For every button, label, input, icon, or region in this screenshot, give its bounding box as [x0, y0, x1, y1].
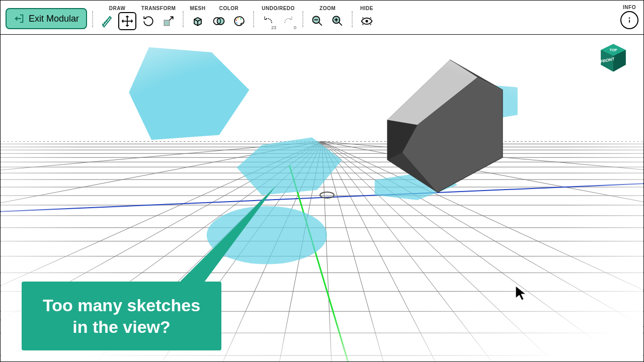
pencil-icon	[100, 14, 114, 28]
divider	[253, 11, 254, 27]
svg-rect-0	[164, 20, 170, 26]
palette-tool[interactable]	[230, 12, 248, 30]
group-info: INFO	[620, 5, 638, 30]
group-undoredo: UNDO/REDO 23 0	[259, 6, 297, 30]
svg-point-5	[240, 18, 242, 20]
navigation-cube[interactable]: TOP FRONT	[597, 42, 629, 74]
callout-pointer	[178, 184, 288, 289]
cursor-icon	[515, 285, 528, 301]
group-label-info: INFO	[623, 5, 636, 10]
divider	[302, 11, 303, 27]
callout-line1: Too many sketches	[43, 295, 200, 316]
zoom-in-icon	[331, 14, 345, 28]
group-mesh: MESH	[189, 6, 207, 30]
undo-count: 23	[271, 25, 276, 30]
hide-button[interactable]	[358, 12, 376, 30]
zoom-out-button[interactable]	[308, 12, 327, 30]
group-color: COLOR	[210, 6, 248, 30]
palette-icon	[232, 14, 246, 28]
cube-tool[interactable]	[189, 12, 207, 30]
exit-label: Exit Modular	[29, 14, 79, 24]
group-label-hide: HIDE	[360, 6, 373, 11]
circles-icon	[212, 14, 226, 28]
svg-point-3	[235, 20, 237, 21]
group-label-draw: DRAW	[109, 6, 126, 11]
group-zoom: ZOOM	[308, 6, 347, 30]
svg-point-2	[217, 18, 224, 25]
exit-modular-button[interactable]: Exit Modular	[6, 8, 87, 29]
toolbar: Exit Modular DRAW TRANSFORM MESH	[1, 1, 643, 35]
svg-line-45	[322, 141, 643, 361]
svg-point-10	[629, 18, 630, 19]
group-draw: DRAW	[98, 6, 136, 30]
svg-marker-64	[178, 186, 276, 284]
cube-icon	[191, 14, 205, 28]
undo-button[interactable]: 23	[259, 12, 277, 30]
svg-line-46	[322, 141, 643, 361]
svg-point-4	[237, 18, 239, 19]
move-icon	[120, 14, 134, 28]
eye-icon	[360, 14, 374, 28]
svg-line-41	[322, 141, 387, 361]
info-button[interactable]	[620, 11, 638, 29]
axis-y	[289, 165, 352, 361]
pencil-tool[interactable]	[98, 12, 116, 30]
redo-icon	[281, 14, 295, 28]
move-tool[interactable]	[118, 12, 136, 30]
info-icon	[624, 15, 634, 25]
sketch-hexagon-floating	[129, 47, 249, 140]
scale-tool[interactable]	[159, 12, 178, 30]
svg-line-47	[322, 141, 643, 361]
zoom-in-button[interactable]	[329, 12, 347, 30]
rotate-tool[interactable]	[139, 12, 157, 30]
group-transform: TRANSFORM	[139, 6, 178, 30]
scale-icon	[162, 14, 176, 28]
callout-line2: in the view?	[43, 316, 200, 338]
zoom-out-icon	[310, 14, 325, 28]
group-label-undoredo: UNDO/REDO	[262, 6, 295, 11]
group-label-mesh: MESH	[190, 6, 206, 11]
svg-point-6	[236, 22, 237, 24]
mesh-object	[387, 60, 503, 193]
rotate-icon	[141, 14, 155, 28]
group-label-color: COLOR	[219, 6, 239, 11]
svg-point-9	[365, 20, 368, 22]
group-label-transform: TRANSFORM	[141, 6, 176, 11]
divider	[92, 11, 93, 27]
divider	[352, 11, 353, 27]
boolean-tool[interactable]	[210, 12, 228, 30]
redo-count: 0	[294, 25, 296, 30]
navcube-top: TOP	[610, 48, 617, 52]
redo-button[interactable]: 0	[279, 12, 297, 30]
divider	[183, 11, 184, 27]
tooltip-callout: Too many sketches in the view?	[22, 282, 221, 350]
group-label-zoom: ZOOM	[319, 6, 336, 11]
exit-icon	[14, 13, 25, 24]
group-hide: HIDE	[358, 6, 376, 30]
